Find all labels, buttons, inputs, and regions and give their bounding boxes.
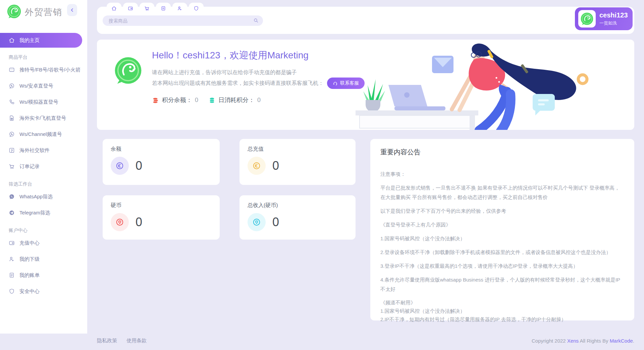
- card-balance: 余额 0: [103, 139, 220, 185]
- sidebar-item-security[interactable]: 安全中心: [0, 283, 87, 299]
- sidebar-item-subordinates[interactable]: 我的下级: [0, 251, 87, 267]
- sidebar-item-label: 海外社交软件: [19, 147, 50, 154]
- team-icon: [9, 256, 15, 262]
- search-icon[interactable]: [253, 18, 259, 24]
- stat-value: 0: [195, 97, 198, 104]
- top-toolbar: ceshi123 一贫如洗: [97, 7, 634, 34]
- sidebar-item-ws-channel[interactable]: Ws/Channel频道号: [0, 126, 87, 142]
- sidebar-item-label: 充值中心: [19, 240, 40, 246]
- hero-contact-text: 若本网站出现问题或有其他服务需求，如实卡接码请直接联系客服飞机：: [152, 80, 324, 87]
- announcement-paragraph: 1.国家号码被风控（这个没办法解决）: [380, 234, 624, 243]
- stat-value: 0: [257, 97, 261, 104]
- footer: 隐私政策 使用条款 Copyright 2022 Xens All Rights…: [97, 338, 634, 344]
- sidebar-collapse-button[interactable]: [67, 4, 77, 16]
- bill-icon: [9, 272, 15, 278]
- sidebar-section-account: 账户中心: [0, 226, 87, 235]
- user-name: ceshi123: [599, 11, 628, 19]
- sidebar-item-label: Ws/模拟器直登号: [19, 99, 58, 105]
- sidebar-item-recharge[interactable]: 充值中心: [0, 235, 87, 251]
- whatsapp-icon: [9, 83, 15, 89]
- sidebar-logo-row: 外贸营销: [0, 0, 87, 21]
- sidebar-section-filter: 筛选工作台: [0, 179, 87, 189]
- tab-recharge[interactable]: [123, 3, 138, 14]
- app-title: 外贸营销: [25, 6, 62, 18]
- terms-link[interactable]: 使用条款: [126, 338, 147, 343]
- sidebar-item-orders[interactable]: 订单记录: [0, 158, 87, 174]
- hero-title: Hello！ceshi123，欢迎使用Marketing: [152, 49, 365, 62]
- sidebar-item-social-accounts[interactable]: 推特号/FB号/谷歌号/小火箭: [0, 62, 87, 78]
- tab-orders[interactable]: [140, 3, 154, 14]
- announcement-paragraph: 2.登录设备环境不干净（卸载删除干净手机或者模拟器里的文件，或者设备信息被风控这…: [380, 248, 624, 257]
- announcement-paragraph: 《直登号登录不上有几个原因》: [380, 220, 624, 230]
- announcement-line: 2.IP不干净，短期内有封号过（筛选尽量用服务器的IP 去筛选，干净的IP十分耐…: [380, 315, 624, 323]
- user-subtitle: 一贫如洗: [599, 20, 628, 26]
- wallet-icon: [9, 240, 15, 246]
- announcement-title: 重要内容公告: [380, 148, 624, 157]
- card-label: 总充值: [248, 146, 347, 153]
- user-avatar: [578, 10, 596, 28]
- tab-bills[interactable]: [156, 3, 171, 14]
- stat-label: 积分余额：: [162, 96, 192, 104]
- copyright-prefix: Copyright 2022: [532, 338, 567, 344]
- search-input[interactable]: [103, 15, 263, 26]
- card-label: 硬币: [111, 202, 212, 209]
- announcement-paragraph: 4.条件允许尽量使用商业版whatsapp Business 进行登录，个人版的…: [380, 275, 624, 294]
- sidebar-item-home[interactable]: 我的主页: [0, 33, 82, 48]
- announcement-line: 《频道不耐用》: [380, 298, 624, 307]
- card-coins: 硬币 0: [103, 195, 220, 240]
- quick-tabs: [107, 3, 204, 14]
- sidebar-item-label: 安全中心: [19, 288, 40, 295]
- announcement-line: 1.国家号码被风控（这个没办法解决）: [380, 307, 624, 315]
- sidebar-item-overseas-social[interactable]: 海外社交软件: [0, 142, 87, 158]
- hero-warning-line: 请在网站上进行充值，告诉你可以在给你手动充值的都是骗子: [152, 67, 365, 78]
- sidebar-item-ws-emulator[interactable]: Ws/模拟器直登号: [0, 94, 87, 110]
- wallet-icon: [128, 6, 133, 11]
- user-badge[interactable]: ceshi123 一贫如洗: [575, 7, 633, 30]
- card-value: 0: [136, 215, 142, 229]
- tab-home[interactable]: [107, 3, 121, 14]
- sidebar-item-label: 我的主页: [19, 37, 40, 44]
- tab-subordinates[interactable]: [172, 3, 187, 14]
- hero-banner: Hello！ceshi123，欢迎使用Marketing 请在网站上进行充值，告…: [97, 40, 634, 130]
- sidebar-section-products: 商品平台: [0, 52, 87, 62]
- sim-card-icon: [9, 115, 15, 121]
- sidebar-item-whatsapp-filter[interactable]: WhatsApp筛选: [0, 189, 87, 205]
- announcement-paragraph: 注意事项：: [380, 169, 624, 179]
- hero-logo-icon: [114, 56, 143, 86]
- hero-contact-line: 若本网站出现问题或有其他服务需求，如实卡接码请直接联系客服飞机： 联系客服: [152, 78, 365, 89]
- telegram-filled-icon: [9, 210, 15, 216]
- hero-illustration: [356, 40, 634, 130]
- card-total-recharge: 总充值 0: [239, 139, 356, 185]
- xens-link[interactable]: Xens: [567, 338, 579, 344]
- announcement-paragraph: 以下是我们登录了不下百万个号的出来的经验，仅供参考: [380, 206, 624, 216]
- euro-coin-icon: [111, 157, 129, 175]
- stat-cards: 余额 0 总充值 0 硬币: [103, 139, 356, 320]
- card-value: 0: [272, 159, 279, 173]
- sidebar-item-label: 我的下级: [19, 256, 40, 262]
- sidebar-item-label: WhatsApp筛选: [19, 194, 53, 200]
- sidebar-item-label: Telegram筛选: [19, 210, 50, 216]
- sidebar-item-telegram-filter[interactable]: Telegram筛选: [0, 205, 87, 221]
- whatsapp-filled-icon: [9, 194, 15, 200]
- pin-circle-icon: [248, 213, 266, 231]
- privacy-policy-link[interactable]: 隐私政策: [97, 338, 117, 343]
- sidebar-item-label: 我的账单: [19, 272, 40, 279]
- card-label: 余额: [111, 146, 212, 153]
- sidebar-item-label: Ws/安卓直登号: [19, 83, 53, 89]
- facebook-icon: [9, 147, 15, 153]
- copyright-suffix: .: [633, 338, 634, 344]
- main-area: ceshi123 一贫如洗 Hello！ceshi123，欢迎使用Marketi…: [87, 0, 644, 320]
- sidebar-item-sim-accounts[interactable]: 海外实卡/飞机直登号: [0, 110, 87, 126]
- sidebar-item-label: 订单记录: [19, 163, 40, 170]
- sidebar-item-ws-android[interactable]: Ws/安卓直登号: [0, 78, 87, 94]
- markcode-link[interactable]: MarkCode: [610, 338, 633, 344]
- home-icon: [9, 37, 15, 43]
- tab-security[interactable]: [189, 3, 204, 14]
- points-balance-stat: 积分余额： 0: [152, 96, 198, 104]
- bill-icon: [161, 6, 166, 11]
- announcement-paragraph: 3.登录IP不干净（这是权重最高的1个选项，请使用干净动态IP登录，登录概率大大…: [380, 261, 624, 271]
- cart-icon: [144, 6, 150, 11]
- comment-icon: [9, 67, 15, 73]
- shield-icon: [194, 6, 199, 11]
- sidebar-item-bills[interactable]: 我的账单: [0, 267, 87, 283]
